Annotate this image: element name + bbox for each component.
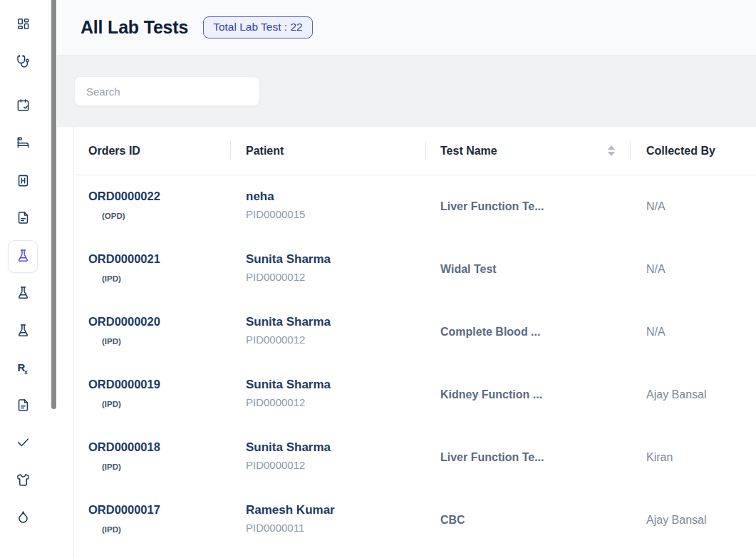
sidebar-item-blood-bank[interactable]: [8, 502, 38, 534]
table-row[interactable]: ORD0000020 (IPD) Sunita Sharma PID000001…: [74, 301, 756, 363]
sidebar-item-prescription[interactable]: Rx: [8, 353, 38, 385]
order-id-cell: ORD0000017 (IPD): [74, 489, 231, 552]
search-bar: [57, 56, 756, 127]
test-name: Widal Test: [440, 263, 497, 276]
column-header-test-name[interactable]: Test Name: [426, 127, 631, 175]
sidebar-item-partial[interactable]: [8, 552, 38, 558]
sort-asc-arrow: [608, 145, 615, 150]
collected-by: N/A: [646, 200, 666, 213]
test-name-cell: CBC: [426, 489, 631, 552]
patient-cell: Sunita Sharma PID0000012: [231, 301, 426, 363]
sidebar-item-bed[interactable]: [8, 128, 38, 159]
bed-icon: [16, 135, 30, 152]
table-header: Orders ID Patient Test Name Collected By: [74, 127, 756, 175]
order-id-cell: ORD0000019 (IPD): [74, 363, 231, 426]
patient-name: Sunita Sharma: [246, 315, 426, 329]
sidebar-scrollbar-thumb[interactable]: [51, 0, 56, 409]
sidebar-item-document-2[interactable]: [8, 391, 38, 422]
order-id-cell: ORD0000021 (IPD): [74, 238, 231, 301]
sidebar-item-stethoscope[interactable]: [8, 46, 38, 78]
document-icon: [16, 211, 30, 227]
patient-name: Sunita Sharma: [246, 252, 426, 267]
order-id-cell: ORD0000022 (OPD): [74, 175, 231, 238]
calendar-check-icon: [16, 98, 30, 115]
test-name: Liver Function Te...: [440, 451, 544, 464]
table-row[interactable]: ORD0000019 (IPD) Sunita Sharma PID000001…: [74, 363, 756, 426]
table-row[interactable]: ORD0000018 (IPD) Sunita Sharma PID000001…: [74, 426, 756, 489]
collected-by-cell: Kiran: [631, 426, 756, 489]
order-id-cell: ORD0000018 (IPD): [74, 426, 231, 489]
document-icon: [16, 398, 30, 415]
patient-id: PID0000011: [246, 522, 426, 534]
patient-name: Sunita Sharma: [246, 440, 426, 455]
sidebar-item-lab-flask-2[interactable]: [8, 278, 38, 309]
order-type: (IPD): [102, 463, 231, 471]
order-id: ORD0000021: [88, 252, 231, 266]
patient-id: PID0000012: [246, 271, 426, 283]
column-header-collected-by: Collected By: [631, 127, 756, 175]
patient-name: Sunita Sharma: [246, 378, 426, 392]
column-header-patient: Patient: [231, 127, 426, 175]
checkmark-icon: [16, 435, 30, 452]
lab-tests-page: { "page": { "title": "All Lab Tests", "b…: [0, 0, 756, 558]
patient-name: neha: [246, 190, 426, 204]
order-id-cell: ORD0000020 (IPD): [74, 301, 231, 363]
test-name: CBC: [440, 514, 465, 527]
test-name: Complete Blood ...: [440, 326, 540, 339]
test-name: Kidney Function ...: [440, 388, 542, 401]
test-name-cell: Liver Function Te...: [426, 426, 631, 489]
stethoscope-icon: [16, 54, 30, 71]
sidebar: Rx: [0, 0, 51, 558]
main-content: All Lab Tests Total Lab Test : 22 Orders…: [57, 0, 756, 558]
table-row[interactable]: ORD0000021 (IPD) Sunita Sharma PID000001…: [74, 238, 756, 301]
total-lab-tests-badge: Total Lab Test : 22: [203, 16, 313, 38]
sort-icon[interactable]: [608, 145, 615, 156]
patient-id: PID0000015: [246, 208, 426, 220]
order-id: ORD0000019: [88, 378, 231, 391]
lab-tests-table: Orders ID Patient Test Name Collected By…: [73, 127, 756, 558]
sort-desc-arrow: [608, 152, 615, 156]
column-header-orders-id: Orders ID: [74, 127, 231, 175]
order-type: (IPD): [102, 337, 231, 346]
patient-id: PID0000012: [246, 334, 426, 346]
patient-cell: Ramesh Kumar PID0000011: [231, 489, 426, 552]
table-row[interactable]: ORD0000017 (IPD) Ramesh Kumar PID0000011…: [74, 489, 756, 552]
svg-text:x: x: [24, 368, 28, 375]
collected-by: Kiran: [646, 451, 673, 464]
collected-by: N/A: [646, 263, 666, 276]
collected-by-cell: Ajay Bansal: [631, 363, 756, 426]
sidebar-item-dashboard[interactable]: [8, 9, 38, 41]
order-type: (OPD): [102, 212, 231, 220]
test-name-cell: Widal Test: [426, 238, 631, 301]
sidebar-item-lab-flask-active[interactable]: [8, 240, 38, 273]
patient-name: Ramesh Kumar: [246, 503, 426, 517]
sidebar-item-approvals[interactable]: [8, 428, 38, 459]
collected-by-cell: N/A: [631, 238, 756, 301]
table-row[interactable]: ORD0000022 (OPD) neha PID0000015 Liver F…: [74, 175, 756, 238]
sidebar-item-document[interactable]: [8, 203, 38, 234]
order-id: ORD0000018: [88, 440, 231, 454]
order-id: ORD0000017: [88, 503, 231, 517]
sidebar-item-hospital[interactable]: [8, 166, 38, 197]
flask-icon: [16, 249, 30, 265]
test-name-cell: Kidney Function ...: [426, 363, 631, 426]
sidebar-item-linen[interactable]: [8, 465, 38, 497]
test-name: Liver Function Te...: [440, 200, 544, 213]
patient-cell: neha PID0000015: [231, 175, 426, 238]
sidebar-item-calendar[interactable]: [8, 91, 38, 122]
order-id: ORD0000020: [88, 315, 231, 329]
sidebar-item-lab-flask-3[interactable]: [8, 316, 38, 347]
collected-by: Ajay Bansal: [646, 514, 707, 527]
page-title: All Lab Tests: [81, 17, 188, 38]
collected-by-cell: N/A: [631, 175, 756, 238]
search-input[interactable]: [74, 76, 260, 106]
order-id: ORD0000022: [88, 190, 231, 203]
collected-by: N/A: [646, 326, 666, 339]
flask-icon: [16, 324, 30, 340]
patient-id: PID0000012: [246, 396, 426, 408]
shirt-icon: [16, 473, 30, 490]
patient-cell: Sunita Sharma PID0000012: [231, 363, 426, 426]
collected-by-cell: N/A: [631, 301, 756, 363]
page-header: All Lab Tests Total Lab Test : 22: [57, 0, 756, 56]
collected-by: Ajay Bansal: [646, 388, 707, 401]
